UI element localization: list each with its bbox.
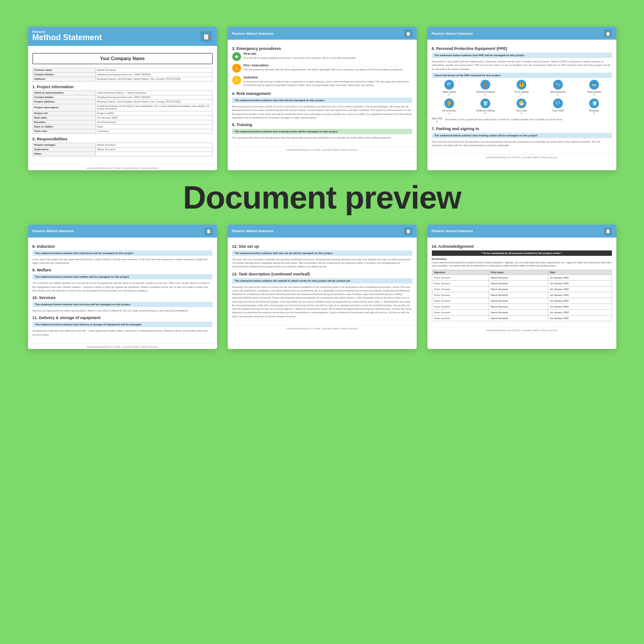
ppe-face-shield: 🛡 Face shield ✓ xyxy=(541,98,575,115)
sig-cell: Name Surname xyxy=(432,292,489,298)
table-row: Duration:10 working days xyxy=(33,120,212,124)
signature: Name Surname xyxy=(434,276,451,279)
contact-info-table: Contact name:Name Surname Contact detail… xyxy=(33,68,213,82)
section2-heading: 2. Responsibilities xyxy=(33,137,213,141)
asbestos-content: Asbestos: In the event of discovering a … xyxy=(244,76,412,89)
page2-title: Plasterer Method Statement xyxy=(232,32,274,35)
section1-heading: 1. Project information xyxy=(33,85,213,89)
label: Days or nights: xyxy=(33,124,95,129)
table-row: Project description:A brief description … xyxy=(33,104,212,111)
asbestos-icon: ⚠ xyxy=(232,76,241,85)
asbestos-label: Asbestos: xyxy=(244,76,412,79)
label: Address: xyxy=(33,77,95,81)
signature: Name Surname xyxy=(434,317,451,320)
date-cell: 1st January 2000 xyxy=(548,316,611,321)
dark-banner: * To be completed by all persons involve… xyxy=(432,250,612,256)
section6-banner2: Check the boxes of the PPE required for … xyxy=(432,73,612,78)
sig-cell: Name Surname xyxy=(432,304,489,310)
date-cell: 1st January 2000 xyxy=(548,298,611,304)
label: Contact name: xyxy=(33,68,95,72)
date-cell: 1st January 2000 xyxy=(548,287,611,292)
label: Project manager: xyxy=(33,143,95,147)
first-aid-row: ✚ First aid: First aid will be readily a… xyxy=(232,52,412,61)
other-ppe: Other PPE ✓ xyxy=(432,117,443,123)
section4-heading: 4. Risk management xyxy=(232,91,412,96)
ppe-check: ✓ xyxy=(520,112,523,115)
ppe-label: Face shield xyxy=(552,109,564,112)
page5-title: Plasterer Method Statement xyxy=(232,230,274,233)
value: 1st January 2000 xyxy=(95,115,212,120)
other-ppe-text: All workers on this project will wear sa… xyxy=(445,118,611,121)
table-row: Address:Business Name, Unit Number, Stre… xyxy=(33,77,212,81)
page6-footer: easyhealthandsafety.com | Simple, access… xyxy=(427,327,616,332)
section8-text: At the start of the project the site sup… xyxy=(33,258,213,265)
table-row: Name Surname Name Surname 1st January 20… xyxy=(432,298,611,304)
section8-banner: The statement below outlines how inducti… xyxy=(33,250,213,256)
page3-footer: easyhealthandsafety.com | Simple, access… xyxy=(427,154,616,160)
date-cell: 1st January 2000 xyxy=(548,310,611,316)
value: Client Business Name — Name Surname xyxy=(95,90,212,95)
page2-footer: easyhealthandsafety.com | Simple, access… xyxy=(228,146,417,152)
fire-row: ⚠ Fire / evacuation: The site supervisor… xyxy=(232,64,412,73)
value: info@yourcompanyname.com +0000 000000 xyxy=(95,95,212,99)
ppe-check: ✓ xyxy=(520,93,523,97)
page-1: Plasterer Method Statement 📋 Your Compan… xyxy=(28,27,217,170)
page4-header: Plasterer Method Statement 📋 xyxy=(28,225,217,238)
section13-heading: 13. Task description (continued overleaf… xyxy=(232,272,412,276)
section8-heading: 8. Induction xyxy=(33,244,213,249)
label: Client & representative: xyxy=(33,90,95,95)
page4-footer: easyhealthandsafety.com | Simple, access… xyxy=(28,343,217,349)
value: 10 working days xyxy=(95,120,212,124)
gloves-icon: 🧤 xyxy=(553,80,563,90)
bottom-row-pages: Plasterer Method Statement 📋 8. Inductio… xyxy=(28,225,616,349)
page1-header-block: Plasterer Method Statement 📋 xyxy=(28,27,217,46)
section13-banner: The statement below outlines the method … xyxy=(232,278,412,283)
label: Project description: xyxy=(33,104,95,111)
doc-icon: 📋 xyxy=(404,227,412,235)
asbestos-text: In the event of discovering a material t… xyxy=(244,80,412,87)
page4-body: 8. Induction The statement below outline… xyxy=(28,238,217,341)
hivis-icon: 🦺 xyxy=(517,80,526,90)
declaration-label: Declaration: xyxy=(432,258,612,260)
ppe-check: ✓ xyxy=(435,120,438,123)
section9-banner: The statement below outlines how welfare… xyxy=(33,274,213,279)
value: Name Surname xyxy=(95,147,212,152)
project-info-table: Client & representative:Client Business … xyxy=(33,90,213,134)
page5-header: Plasterer Method Statement 📋 xyxy=(228,225,417,238)
value xyxy=(95,152,212,156)
signatures-table: Signature Print name Date Name Surname N… xyxy=(432,270,612,321)
name-cell: Name Surname xyxy=(489,281,548,287)
page-6: Plasterer Method Statement 📋 14. Acknowl… xyxy=(427,225,616,349)
table-row: Name Surname Name Surname 1st January 20… xyxy=(432,304,611,310)
ppe-footwear: 👢 Protective footwear ✓ xyxy=(468,80,503,97)
label: Duration: xyxy=(33,120,95,124)
section11-text: All equipment materials to be delivered … xyxy=(33,329,213,336)
table-row: Project manager:Name Surname xyxy=(33,143,212,147)
ppe-check: ✓ xyxy=(448,93,451,97)
name-cell: Name Surname xyxy=(489,292,548,298)
page1-body: Your Company Name Contact name:Name Surn… xyxy=(28,46,217,163)
asbestos-row: ⚠ Asbestos: In the event of discovering … xyxy=(232,76,412,89)
date-cell: 1st January 2000 xyxy=(548,281,611,287)
company-name: Your Company Name xyxy=(33,53,213,64)
sig-cell: Name Surname xyxy=(432,316,489,321)
section4-banner: The statement below outlines how risk wi… xyxy=(232,98,412,103)
sig-cell: Name Surname xyxy=(432,310,489,316)
label: Start date: xyxy=(33,115,95,120)
ppe-check: ✓ xyxy=(448,112,451,115)
page4-title: Plasterer Method Statement xyxy=(33,230,74,233)
date-cell: 1st January 2000 xyxy=(548,292,611,298)
shield-icon: 🛡 xyxy=(553,98,563,108)
name-cell: Name Surname xyxy=(489,316,548,321)
section11-banner: The statement below outlines how deliver… xyxy=(33,322,213,327)
ppe-respirator: 💨 Respirator ✓ xyxy=(577,98,611,115)
other-ppe-row: Other PPE ✓ All workers on this project … xyxy=(432,117,612,123)
ppe-check: ✓ xyxy=(484,93,487,97)
page6-header: Plasterer Method Statement 📋 xyxy=(427,225,616,238)
footwear-icon: 👢 xyxy=(480,80,490,90)
ppe-check: ✓ xyxy=(557,93,559,97)
section6-heading: 6. Personal Protective Equipment (PPE) xyxy=(432,46,612,51)
table-row: Contact details:info@yourcompanyname.com… xyxy=(33,95,212,99)
section5-text: The contractor will ensure that all oper… xyxy=(232,136,412,139)
ppe-row1: ⛑ Safety helmet ✓ 👢 Protective footwear … xyxy=(432,80,612,97)
